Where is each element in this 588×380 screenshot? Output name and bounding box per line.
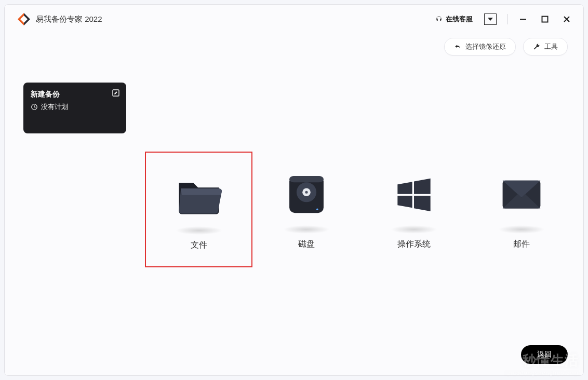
svg-rect-5 bbox=[542, 17, 548, 22]
tools-button[interactable]: 工具 bbox=[523, 38, 568, 56]
close-button[interactable] bbox=[558, 11, 575, 28]
option-mail[interactable]: 邮件 bbox=[467, 152, 575, 267]
app-window: 易我备份专家 2022 在线客服 bbox=[4, 4, 584, 376]
option-disk[interactable]: 磁盘 bbox=[252, 152, 360, 267]
option-disk-label: 磁盘 bbox=[298, 239, 315, 250]
edit-backup-button[interactable] bbox=[112, 89, 120, 99]
headset-icon bbox=[435, 16, 443, 23]
disk-icon bbox=[275, 162, 338, 224]
new-backup-subtitle-text: 没有计划 bbox=[41, 102, 68, 112]
mail-icon bbox=[490, 162, 553, 224]
support-label: 在线客服 bbox=[446, 15, 473, 24]
windows-icon bbox=[383, 162, 445, 224]
app-logo-icon bbox=[17, 12, 31, 26]
restore-image-button[interactable]: 选择镜像还原 bbox=[444, 38, 516, 56]
window-menu-dropdown[interactable] bbox=[484, 13, 497, 25]
divider bbox=[507, 14, 507, 24]
svg-marker-3 bbox=[488, 18, 493, 21]
chevron-down-icon bbox=[488, 17, 493, 22]
back-button-label: 返回 bbox=[537, 350, 552, 359]
new-backup-subtitle: 没有计划 bbox=[31, 102, 119, 112]
minimize-button[interactable] bbox=[515, 11, 531, 28]
svg-point-15 bbox=[316, 208, 318, 210]
folder-icon bbox=[168, 163, 230, 225]
svg-marker-19 bbox=[414, 196, 431, 211]
wrench-icon bbox=[533, 43, 540, 50]
option-mail-label: 邮件 bbox=[513, 239, 530, 250]
option-os[interactable]: 操作系统 bbox=[360, 152, 467, 267]
new-backup-card[interactable]: 新建备份 没有计划 bbox=[23, 83, 126, 133]
svg-marker-18 bbox=[397, 196, 412, 208]
svg-rect-11 bbox=[289, 176, 324, 182]
support-button[interactable]: 在线客服 bbox=[432, 12, 476, 26]
toolbar: 选择镜像还原 工具 bbox=[5, 34, 583, 58]
option-file-label: 文件 bbox=[191, 240, 207, 251]
app-title: 易我备份专家 2022 bbox=[36, 15, 102, 24]
svg-rect-4 bbox=[520, 19, 526, 20]
edit-icon bbox=[112, 89, 120, 97]
tools-label: 工具 bbox=[544, 42, 558, 51]
restore-image-label: 选择镜像还原 bbox=[465, 42, 506, 51]
titlebar: 易我备份专家 2022 在线客服 bbox=[5, 5, 583, 34]
option-file[interactable]: 文件 bbox=[145, 152, 252, 267]
clock-icon bbox=[31, 103, 38, 111]
new-backup-title: 新建备份 bbox=[31, 90, 119, 99]
option-os-label: 操作系统 bbox=[397, 239, 431, 250]
svg-point-14 bbox=[305, 191, 308, 194]
undo-arrow-icon bbox=[454, 43, 461, 50]
back-button[interactable]: 返回 bbox=[521, 345, 568, 364]
svg-marker-17 bbox=[414, 179, 431, 194]
backup-type-options: 文件 磁盘 bbox=[145, 152, 575, 267]
minimize-icon bbox=[519, 16, 527, 23]
svg-marker-16 bbox=[397, 182, 412, 194]
close-icon bbox=[563, 16, 570, 23]
maximize-icon bbox=[541, 16, 549, 23]
maximize-button[interactable] bbox=[537, 11, 553, 28]
